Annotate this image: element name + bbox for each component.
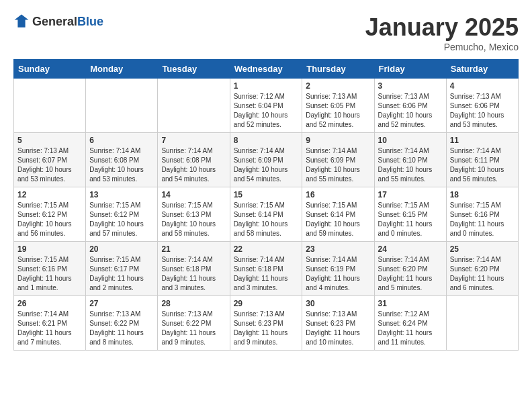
day-info: Sunrise: 7:15 AM Sunset: 6:14 PM Dayligh… [234,201,299,238]
day-number: 22 [234,244,299,254]
day-number: 6 [89,136,154,145]
calendar-day-cell: 11Sunrise: 7:14 AM Sunset: 6:11 PM Dayli… [446,133,518,187]
day-number: 14 [161,190,226,199]
calendar-day-cell: 6Sunrise: 7:14 AM Sunset: 6:08 PM Daylig… [86,133,158,187]
calendar-day-cell: 9Sunrise: 7:14 AM Sunset: 6:09 PM Daylig… [302,133,374,187]
day-info: Sunrise: 7:13 AM Sunset: 6:06 PM Dayligh… [378,92,443,130]
day-of-week-header: Friday [374,60,446,79]
calendar-day-cell: 15Sunrise: 7:15 AM Sunset: 6:14 PM Dayli… [230,187,302,242]
day-of-week-header: Sunday [14,60,86,79]
calendar-day-cell: 22Sunrise: 7:14 AM Sunset: 6:18 PM Dayli… [230,242,302,296]
day-number: 2 [306,81,370,91]
calendar-day-cell: 2Sunrise: 7:13 AM Sunset: 6:05 PM Daylig… [302,79,374,133]
day-info: Sunrise: 7:14 AM Sunset: 6:09 PM Dayligh… [234,146,299,184]
calendar-week-row: 12Sunrise: 7:15 AM Sunset: 6:12 PM Dayli… [14,187,519,242]
day-number: 7 [161,136,226,145]
day-info: Sunrise: 7:14 AM Sunset: 6:08 PM Dayligh… [161,146,226,184]
day-number: 3 [378,81,443,91]
day-number: 26 [17,299,82,308]
calendar-day-cell: 31Sunrise: 7:12 AM Sunset: 6:24 PM Dayli… [374,296,446,351]
logo: GeneralBlue [13,13,103,30]
day-info: Sunrise: 7:14 AM Sunset: 6:18 PM Dayligh… [234,255,299,293]
day-info: Sunrise: 7:14 AM Sunset: 6:19 PM Dayligh… [306,255,370,293]
calendar-week-row: 19Sunrise: 7:15 AM Sunset: 6:16 PM Dayli… [14,242,519,296]
calendar-week-row: 1Sunrise: 7:12 AM Sunset: 6:04 PM Daylig… [14,79,519,133]
day-info: Sunrise: 7:15 AM Sunset: 6:12 PM Dayligh… [89,201,154,238]
calendar-day-cell: 29Sunrise: 7:13 AM Sunset: 6:23 PM Dayli… [230,296,302,351]
calendar-week-row: 5Sunrise: 7:13 AM Sunset: 6:07 PM Daylig… [14,133,519,187]
logo-text: GeneralBlue [32,15,103,29]
day-number: 16 [306,190,370,199]
day-number: 19 [17,244,82,254]
day-number: 4 [450,81,515,91]
day-info: Sunrise: 7:15 AM Sunset: 6:12 PM Dayligh… [17,201,82,238]
calendar-day-cell: 4Sunrise: 7:13 AM Sunset: 6:06 PM Daylig… [446,79,518,133]
day-info: Sunrise: 7:12 AM Sunset: 6:24 PM Dayligh… [378,310,443,347]
calendar-day-cell [446,296,518,351]
calendar-day-cell: 13Sunrise: 7:15 AM Sunset: 6:12 PM Dayli… [86,187,158,242]
calendar-day-cell: 5Sunrise: 7:13 AM Sunset: 6:07 PM Daylig… [14,133,86,187]
day-info: Sunrise: 7:14 AM Sunset: 6:21 PM Dayligh… [17,310,82,347]
day-info: Sunrise: 7:14 AM Sunset: 6:08 PM Dayligh… [89,146,154,184]
day-number: 9 [306,136,370,145]
day-of-week-header: Saturday [446,60,518,79]
calendar-title: January 2025 [365,13,519,42]
calendar-day-cell [14,79,86,133]
day-info: Sunrise: 7:15 AM Sunset: 6:13 PM Dayligh… [161,201,226,238]
day-info: Sunrise: 7:13 AM Sunset: 6:23 PM Dayligh… [234,310,299,347]
calendar-day-cell: 16Sunrise: 7:15 AM Sunset: 6:14 PM Dayli… [302,187,374,242]
day-of-week-header: Monday [86,60,158,79]
calendar-day-cell: 8Sunrise: 7:14 AM Sunset: 6:09 PM Daylig… [230,133,302,187]
calendar-day-cell [158,79,230,133]
day-info: Sunrise: 7:13 AM Sunset: 6:06 PM Dayligh… [450,92,515,130]
day-number: 23 [306,244,370,254]
day-number: 18 [450,190,515,199]
day-info: Sunrise: 7:15 AM Sunset: 6:15 PM Dayligh… [378,201,443,238]
calendar-day-cell: 28Sunrise: 7:13 AM Sunset: 6:22 PM Dayli… [158,296,230,351]
calendar-day-cell: 27Sunrise: 7:13 AM Sunset: 6:22 PM Dayli… [86,296,158,351]
day-number: 10 [378,136,443,145]
day-number: 12 [17,190,82,199]
calendar-day-cell: 12Sunrise: 7:15 AM Sunset: 6:12 PM Dayli… [14,187,86,242]
day-info: Sunrise: 7:13 AM Sunset: 6:07 PM Dayligh… [17,146,82,184]
calendar-day-cell: 23Sunrise: 7:14 AM Sunset: 6:19 PM Dayli… [302,242,374,296]
calendar-day-cell [86,79,158,133]
day-info: Sunrise: 7:13 AM Sunset: 6:22 PM Dayligh… [89,310,154,347]
day-info: Sunrise: 7:14 AM Sunset: 6:10 PM Dayligh… [378,146,443,184]
calendar-day-cell: 3Sunrise: 7:13 AM Sunset: 6:06 PM Daylig… [374,79,446,133]
day-info: Sunrise: 7:12 AM Sunset: 6:04 PM Dayligh… [234,92,299,130]
calendar-day-cell: 19Sunrise: 7:15 AM Sunset: 6:16 PM Dayli… [14,242,86,296]
day-info: Sunrise: 7:14 AM Sunset: 6:11 PM Dayligh… [450,146,515,184]
calendar-header-row: SundayMondayTuesdayWednesdayThursdayFrid… [14,60,519,79]
day-info: Sunrise: 7:13 AM Sunset: 6:22 PM Dayligh… [161,310,226,347]
day-number: 17 [378,190,443,199]
calendar-day-cell: 25Sunrise: 7:14 AM Sunset: 6:20 PM Dayli… [446,242,518,296]
logo-blue: Blue [77,15,103,28]
logo-icon [13,13,30,30]
day-info: Sunrise: 7:14 AM Sunset: 6:20 PM Dayligh… [450,255,515,293]
calendar-day-cell: 18Sunrise: 7:15 AM Sunset: 6:16 PM Dayli… [446,187,518,242]
day-info: Sunrise: 7:15 AM Sunset: 6:14 PM Dayligh… [306,201,370,238]
day-number: 15 [234,190,299,199]
calendar-body: 1Sunrise: 7:12 AM Sunset: 6:04 PM Daylig… [14,79,519,351]
calendar-subtitle: Pemucho, Mexico [365,42,519,52]
calendar-day-cell: 7Sunrise: 7:14 AM Sunset: 6:08 PM Daylig… [158,133,230,187]
day-number: 30 [306,299,370,308]
page-header: GeneralBlue January 2025 Pemucho, Mexico [13,13,519,52]
day-number: 13 [89,190,154,199]
calendar-day-cell: 21Sunrise: 7:14 AM Sunset: 6:18 PM Dayli… [158,242,230,296]
day-of-week-header: Wednesday [230,60,302,79]
day-number: 25 [450,244,515,254]
day-info: Sunrise: 7:15 AM Sunset: 6:16 PM Dayligh… [17,255,82,293]
day-number: 1 [234,81,299,91]
day-number: 28 [161,299,226,308]
day-number: 29 [234,299,299,308]
day-info: Sunrise: 7:14 AM Sunset: 6:20 PM Dayligh… [378,255,443,293]
day-info: Sunrise: 7:15 AM Sunset: 6:16 PM Dayligh… [450,201,515,238]
calendar-day-cell: 24Sunrise: 7:14 AM Sunset: 6:20 PM Dayli… [374,242,446,296]
day-of-week-header: Thursday [302,60,374,79]
calendar-day-cell: 20Sunrise: 7:15 AM Sunset: 6:17 PM Dayli… [86,242,158,296]
day-info: Sunrise: 7:13 AM Sunset: 6:23 PM Dayligh… [306,310,370,347]
day-number: 21 [161,244,226,254]
day-number: 20 [89,244,154,254]
